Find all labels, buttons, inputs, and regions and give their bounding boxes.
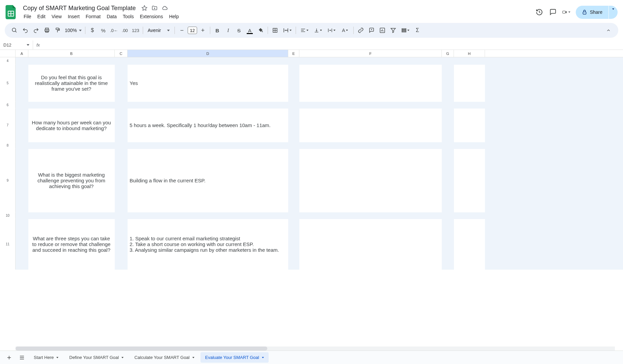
cloud-saved-icon[interactable] — [161, 5, 168, 11]
document-title[interactable]: Copy of SMART Marketing Goal Template — [21, 4, 138, 12]
undo-icon[interactable] — [20, 25, 30, 35]
cell[interactable] — [454, 57, 485, 65]
column-header-C[interactable]: C — [115, 50, 128, 57]
column-header-F[interactable]: F — [299, 50, 442, 57]
menu-edit[interactable]: Edit — [35, 12, 48, 21]
menu-help[interactable]: Help — [166, 12, 182, 21]
cell[interactable] — [442, 109, 454, 142]
cell[interactable] — [288, 65, 299, 102]
row-header[interactable]: 5 — [0, 65, 16, 102]
cell[interactable] — [16, 57, 28, 65]
cell[interactable] — [115, 65, 128, 102]
text-rotation-icon[interactable]: A — [338, 25, 351, 35]
row-header[interactable]: 7 — [0, 109, 16, 142]
cell[interactable] — [299, 57, 442, 65]
borders-icon[interactable] — [270, 25, 280, 35]
cell[interactable] — [28, 212, 115, 219]
cell[interactable] — [115, 212, 128, 219]
strikethrough-icon[interactable]: S — [234, 25, 244, 35]
cell[interactable] — [442, 149, 454, 212]
merge-cells-icon[interactable] — [281, 25, 294, 35]
cell[interactable]: What are three steps you can take to red… — [28, 219, 115, 270]
cell[interactable] — [454, 149, 485, 212]
cell[interactable] — [128, 57, 288, 65]
cell[interactable] — [288, 219, 299, 270]
spreadsheet-grid[interactable]: 45Do you feel that this goal is realisti… — [0, 57, 623, 270]
cell[interactable]: 5 hours a week. Specifically 1 hour/day … — [128, 109, 288, 142]
zoom-selector[interactable]: 100% — [63, 28, 83, 33]
cell[interactable] — [442, 57, 454, 65]
cell[interactable] — [454, 102, 485, 109]
row-header[interactable]: 11 — [0, 219, 16, 270]
collapse-toolbar-icon[interactable] — [603, 25, 614, 35]
decrease-decimal-icon[interactable]: .0← — [109, 25, 119, 35]
cell[interactable] — [16, 219, 28, 270]
star-icon[interactable] — [141, 5, 148, 11]
cell[interactable] — [128, 102, 288, 109]
cell[interactable] — [299, 142, 442, 149]
currency-icon[interactable]: $ — [87, 25, 98, 35]
cell[interactable] — [288, 212, 299, 219]
cell[interactable] — [115, 142, 128, 149]
functions-icon[interactable]: Σ — [412, 25, 423, 35]
menu-file[interactable]: File — [21, 12, 34, 21]
column-header-A[interactable]: A — [16, 50, 28, 57]
cell[interactable] — [299, 149, 442, 212]
column-header-B[interactable]: B — [28, 50, 115, 57]
cell[interactable] — [454, 65, 485, 102]
name-box[interactable]: D12 — [0, 40, 33, 50]
cell[interactable] — [288, 109, 299, 142]
history-icon[interactable] — [535, 8, 543, 16]
cell[interactable] — [454, 219, 485, 270]
cell[interactable] — [288, 102, 299, 109]
increase-font-icon[interactable]: + — [198, 25, 208, 35]
cell[interactable] — [16, 109, 28, 142]
menu-data[interactable]: Data — [104, 12, 119, 21]
select-all-corner[interactable] — [0, 50, 16, 57]
cell[interactable] — [115, 109, 128, 142]
horizontal-align-icon[interactable] — [298, 25, 311, 35]
cell[interactable] — [299, 65, 442, 102]
cell[interactable] — [28, 57, 115, 65]
font-selector[interactable]: Avenir — [145, 28, 172, 33]
row-header[interactable]: 8 — [0, 142, 16, 149]
cell[interactable] — [454, 212, 485, 219]
cell[interactable] — [442, 212, 454, 219]
cell[interactable] — [28, 102, 115, 109]
menu-view[interactable]: View — [49, 12, 64, 21]
cell[interactable] — [442, 219, 454, 270]
cell[interactable] — [115, 57, 128, 65]
cell[interactable] — [16, 142, 28, 149]
cell[interactable] — [299, 102, 442, 109]
decrease-font-icon[interactable]: − — [177, 25, 187, 35]
cell[interactable] — [299, 109, 442, 142]
menu-format[interactable]: Format — [83, 12, 103, 21]
cell[interactable] — [115, 149, 128, 212]
share-dropdown[interactable] — [609, 6, 618, 19]
column-header-H[interactable]: H — [454, 50, 485, 57]
cell[interactable] — [442, 142, 454, 149]
move-folder-icon[interactable] — [151, 5, 158, 11]
number-format-button[interactable]: 123 — [131, 25, 141, 35]
cell[interactable] — [16, 65, 28, 102]
menu-insert[interactable]: Insert — [65, 12, 82, 21]
print-icon[interactable] — [42, 25, 52, 35]
cell[interactable]: How many hours per week can you dedicate… — [28, 109, 115, 142]
cell[interactable] — [16, 102, 28, 109]
comments-icon[interactable] — [549, 8, 557, 16]
font-size-input[interactable] — [188, 27, 197, 34]
cell[interactable]: Do you feel that this goal is realistica… — [28, 65, 115, 102]
row-header[interactable]: 6 — [0, 102, 16, 109]
column-header-E[interactable]: E — [288, 50, 299, 57]
cell[interactable] — [115, 102, 128, 109]
cell[interactable] — [128, 142, 288, 149]
menu-tools[interactable]: Tools — [120, 12, 137, 21]
cell[interactable]: What is the biggest marketing challenge … — [28, 149, 115, 212]
column-header-D[interactable]: D — [128, 50, 288, 57]
cell[interactable] — [454, 142, 485, 149]
cell[interactable] — [454, 109, 485, 142]
share-button[interactable]: Share — [576, 6, 608, 19]
menu-extensions[interactable]: Extensions — [137, 12, 165, 21]
row-header[interactable]: 4 — [0, 57, 16, 65]
cell[interactable] — [288, 142, 299, 149]
